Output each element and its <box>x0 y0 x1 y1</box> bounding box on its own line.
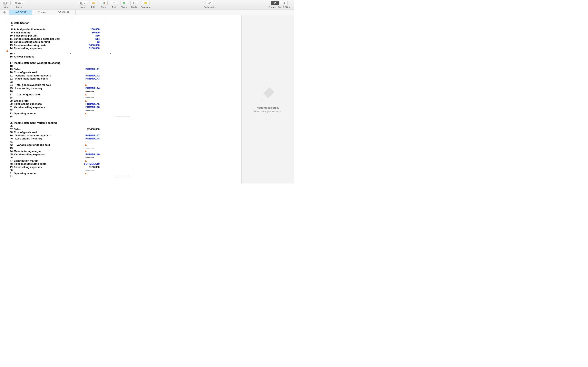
table-row[interactable]: 38Cost of goods sold: <box>7 131 241 134</box>
cell-label: Manufacturing margin <box>14 150 77 153</box>
table-row[interactable]: 12Variable selling costs per unit$2 <box>7 41 241 44</box>
row-number: 11 <box>7 38 13 41</box>
sheet-tab-current[interactable]: Current <box>32 10 52 15</box>
table-row[interactable]: 47Contribution margin <box>7 159 241 163</box>
dash-row: - - - - <box>7 18 241 22</box>
table-button[interactable] <box>90 1 97 5</box>
chevron-down-icon <box>21 2 23 4</box>
row-number: 42 <box>7 143 13 147</box>
media-button[interactable] <box>130 1 138 5</box>
table-row[interactable]: 21 Variable manufacturing costsFORMULA2 <box>7 74 241 77</box>
table-row[interactable]: 8Actual production in units100,000 <box>7 28 241 31</box>
row-number: 23 <box>7 81 13 84</box>
cell-value: FORMULA5 <box>77 103 100 106</box>
table-row[interactable]: 17Income statement: Absorption costing <box>7 62 241 65</box>
table-row[interactable]: 33Operating income <box>7 112 241 115</box>
comment-button[interactable] <box>142 1 149 5</box>
cell-label: Contribution margin <box>14 159 77 163</box>
table-row[interactable]: 14Fixed selling expenses$100,000 <box>7 47 241 50</box>
table-row[interactable]: 18 <box>7 65 241 68</box>
table-row[interactable]: 10Sales price per unit$30 <box>7 34 241 38</box>
table-row[interactable]: 49Fixed selling expenses$100,000 <box>7 166 241 169</box>
row-number: 41 <box>7 141 13 144</box>
table-row[interactable]: 30Fixed selling expensesFORMULA5 <box>7 103 241 106</box>
row-number: 32 <box>7 109 13 112</box>
cell-value: ---------- <box>77 147 100 150</box>
row-number: 21 <box>7 74 13 77</box>
table-row[interactable]: 52 ========== <box>7 175 241 178</box>
table-row[interactable]: 24 Total goods available for sale <box>7 83 241 87</box>
row-number: 46 <box>7 156 13 159</box>
table-row[interactable]: 46---------- <box>7 156 241 159</box>
table-row[interactable]: 50---------- <box>7 169 241 172</box>
table-row[interactable]: 40 Less ending inventoryFORMULA8 <box>7 137 241 141</box>
table-row[interactable]: 29Gross profit <box>7 100 241 103</box>
row-number: 8 <box>7 28 13 31</box>
sheet-tab-original[interactable]: ORIGINAL <box>52 10 75 15</box>
insert-button[interactable] <box>78 1 87 5</box>
zoom-button[interactable]: 125% <box>13 1 25 5</box>
table-row[interactable]: 22 Fixed manufacturing costsFORMULA3 <box>7 77 241 81</box>
table-row[interactable]: 42 Variable cost of goods sold <box>7 143 241 147</box>
cell-value: FORMULA3 <box>77 77 100 81</box>
canvas[interactable]: - - - - - - - - 6Data Section:78Actual p… <box>0 15 241 184</box>
svg-rect-4 <box>103 3 103 4</box>
cell-value: 100,000 <box>77 28 100 31</box>
table-row[interactable]: 9Sales in units80,000 <box>7 31 241 34</box>
chart-button[interactable] <box>100 1 108 5</box>
cell-label: Operating income <box>14 112 77 115</box>
table-row[interactable]: 13Fixed manufacturing costs$630,000 <box>7 44 241 47</box>
table-row[interactable]: 27 Cost of goods sold <box>7 93 241 96</box>
table-row[interactable]: 44Manufacturing margin <box>7 150 241 153</box>
table-row[interactable]: 35Income statement: Variable costing <box>7 122 241 125</box>
svg-rect-7 <box>123 2 125 4</box>
row-number: 50 <box>7 169 13 172</box>
table-row[interactable]: 6Data Section: <box>7 22 241 25</box>
sheet-tab-varcost[interactable]: VARCOST <box>9 10 32 15</box>
cell-value <box>77 159 100 163</box>
table-row[interactable]: 48Fixed manufacturing costsFORMULA10 <box>7 162 241 166</box>
table-row[interactable]: 19SalesFORMULA1 <box>7 68 241 71</box>
text-button[interactable] <box>110 1 118 5</box>
table-row[interactable]: 11Variable manufacturing costs per unit$… <box>7 38 241 41</box>
table-row[interactable]: 25 Less ending inventoryFORMULA4 <box>7 87 241 90</box>
cell-label: Variable cost of goods sold <box>14 143 77 147</box>
warning-icon <box>85 100 87 102</box>
table-row[interactable]: 31Variable selling expensesFORMULA6 <box>7 106 241 109</box>
table-row[interactable]: 36 <box>7 125 241 128</box>
table-row[interactable]: 43---------- <box>7 147 241 150</box>
view-button[interactable] <box>2 1 11 5</box>
table-row[interactable]: 26---------- <box>7 90 241 93</box>
table-row[interactable]: 51Operating income <box>7 172 241 175</box>
cell-value: FORMULA7 <box>77 134 100 137</box>
cell-value: - <box>78 52 111 55</box>
table-row[interactable]: 34 ========== <box>7 115 241 118</box>
format-group: Format Sort & Filter <box>268 1 290 8</box>
table-row[interactable]: 37Sales$2,400,000 <box>7 128 241 131</box>
table-row[interactable]: 39 Variable manufacturing costsFORMULA7 <box>7 134 241 137</box>
cell-label: Less ending inventory <box>14 137 77 141</box>
table-row[interactable]: 20Cost of goods sold: <box>7 71 241 74</box>
cell-label: Cost of goods sold <box>14 93 77 96</box>
cell-value <box>77 100 100 103</box>
collaborate-button[interactable] <box>206 1 213 5</box>
sheet-tabs: VARCOST Current ORIGINAL <box>0 10 294 15</box>
cell-value: FORMULA8 <box>77 137 100 141</box>
table-row[interactable]: 41---------- <box>7 141 241 144</box>
table-row[interactable]: 23---------- <box>7 81 241 84</box>
dash-row: - - - - <box>7 16 241 18</box>
cell-value: ========== <box>77 175 130 178</box>
cell-label: Sales in units <box>14 31 77 34</box>
format-button[interactable] <box>271 1 279 5</box>
table-row[interactable]: 32---------- <box>7 109 241 112</box>
table-row[interactable]: 16Answer Section: <box>7 55 241 58</box>
table-row[interactable]: 28---------- <box>7 96 241 100</box>
sort-filter-button[interactable] <box>280 1 288 5</box>
add-sheet-button[interactable] <box>0 10 9 15</box>
shape-button[interactable] <box>120 1 128 5</box>
table-row[interactable]: 7 <box>7 25 241 28</box>
cell-value: $100,000 <box>77 47 100 50</box>
warning-icon <box>85 160 87 162</box>
table-row[interactable]: 15--- <box>7 52 241 55</box>
table-row[interactable]: 45Variable selling expensesFORMULA9 <box>7 153 241 156</box>
